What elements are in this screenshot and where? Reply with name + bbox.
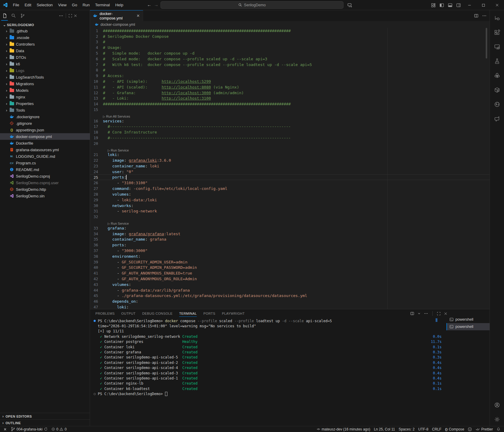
close-sidebar-icon[interactable] <box>74 14 77 18</box>
file-item-grafana-datasources-yml[interactable]: grafana-datasources.yml <box>0 146 90 153</box>
customize-layout-icon[interactable] <box>429 0 437 10</box>
code-line-38[interactable]: 38 environment: <box>90 254 490 259</box>
folder-item-nginx[interactable]: ›nginx <box>0 94 90 100</box>
panel-more-actions-icon[interactable] <box>424 311 428 316</box>
panel-tab-ports[interactable]: PORTS <box>203 309 215 318</box>
activity-explorer-icon[interactable] <box>0 10 9 21</box>
code-line-26[interactable]: 26 - "3100:3100" <box>90 180 490 186</box>
chevron-down-icon[interactable] <box>417 312 421 315</box>
window-minimize-icon[interactable] <box>463 0 476 10</box>
command-center[interactable]: SerilogDemo <box>160 1 344 9</box>
settings-gear-icon[interactable] <box>490 413 504 425</box>
file-item-serilogdemo-csproj[interactable]: SerilogDemo.csproj <box>0 173 90 179</box>
folder-item-logsearchtools[interactable]: ›LogSearchTools <box>0 74 90 80</box>
code-line-6[interactable]: 6# Scaled mode: docker compose --profile… <box>90 56 490 62</box>
folder-item--vscode[interactable]: ›.vscode <box>0 34 90 41</box>
folder-item-migrations[interactable]: ›Migrations <box>0 80 90 87</box>
activity-search-icon[interactable] <box>9 10 18 21</box>
code-line-33[interactable]: 33 grafana: <box>90 225 490 231</box>
code-line-40[interactable]: 40 - GF_SECURITY_ADMIN_PASSWORD=admin <box>90 265 490 270</box>
menu-view[interactable]: View <box>56 0 69 10</box>
activity-source-control-icon[interactable] <box>18 10 27 21</box>
menu-file[interactable]: File <box>10 0 22 10</box>
code-line-14[interactable]: 14######################################… <box>90 101 490 107</box>
breadcrumb[interactable]: docker-compose.yml <box>90 21 490 28</box>
file-item-appsettings-json[interactable]: {}appsettings.json <box>0 127 90 133</box>
code-line-37[interactable]: 37 - "3000:3000" <box>90 248 490 254</box>
file-item-logging-guide-md[interactable]: M↓LOGGING_GUIDE.md <box>0 153 90 160</box>
code-line-11[interactable]: 11# - API (scaled): http://localhost:808… <box>90 84 490 90</box>
folder-item-models[interactable]: ›Models <box>0 87 90 94</box>
menu-run[interactable]: Run <box>80 0 92 10</box>
more-actions-icon[interactable] <box>59 14 63 18</box>
code-line-36[interactable]: 36 ports: <box>90 242 490 248</box>
notifications-status[interactable] <box>495 426 502 432</box>
code-line-10[interactable]: 10# - API (simple): http://localhost:529… <box>90 79 490 84</box>
file-item-docker-compose-yml[interactable]: docker-compose.yml <box>0 133 90 140</box>
code-line-35[interactable]: 35 container_name: grafana <box>90 236 490 242</box>
file-item-serilogdemo-sln[interactable]: SerilogDemo.sln <box>0 193 90 199</box>
section-open-editors[interactable]: ›OPEN EDITORS <box>0 413 90 419</box>
nav-back-icon[interactable]: ← <box>147 2 152 7</box>
editor-scrollbar[interactable] <box>486 28 487 58</box>
menu-selection[interactable]: Selection <box>34 0 55 10</box>
folder-item-logs[interactable]: ›Logs <box>0 67 90 74</box>
code-line-46[interactable]: 46 depends_on: <box>90 298 490 304</box>
remote-explorer-icon[interactable] <box>490 41 504 53</box>
terminal-instance-2[interactable]: powershell <box>446 323 490 330</box>
commit-status[interactable]: mateusz-dev (16 minutes ago) <box>315 426 372 432</box>
code-line-9[interactable]: 9# Access: <box>90 73 490 79</box>
code-line-4[interactable]: 4# Usage: <box>90 45 490 50</box>
toggle-secondary-sidebar-icon[interactable] <box>454 0 463 10</box>
code-line-22[interactable]: 22 image: grafana/loki:3.6.0 <box>90 158 490 163</box>
editor-more-actions-icon[interactable] <box>482 14 487 18</box>
file-item--dockerignore[interactable]: .dockerignore <box>0 113 90 120</box>
menu-go[interactable]: Go <box>69 0 80 10</box>
menu-help[interactable]: Help <box>112 0 126 10</box>
language-mode[interactable]: {}Compose <box>443 426 466 432</box>
folder-item-dtos[interactable]: ›DTOs <box>0 54 90 61</box>
panel-tab-playwright[interactable]: PLAYWRIGHT <box>222 309 245 318</box>
folder-item-properties[interactable]: ›Properties <box>0 100 90 107</box>
panel-close-icon[interactable] <box>444 312 448 316</box>
window-maximize-icon[interactable] <box>476 0 490 10</box>
octoface-status[interactable] <box>466 426 474 432</box>
code-line-17[interactable]: 17 #------------------------------------… <box>90 124 490 130</box>
code-line-5[interactable]: 5# Simple mode: docker compose up -d <box>90 50 490 56</box>
terminal-output[interactable]: PS C:\dev\backend\SerilogDemo> docker co… <box>94 318 442 397</box>
code-line-45[interactable]: 45 - ./grafana-datasources.yml:/etc/graf… <box>90 293 490 298</box>
window-close-icon[interactable] <box>490 0 504 10</box>
code-line-25[interactable]: 25 ports: <box>90 175 490 180</box>
account-icon[interactable] <box>490 399 504 411</box>
code-line-15[interactable]: 15 <box>90 107 490 112</box>
code-line-16[interactable]: 16services: <box>90 118 490 124</box>
file-item-program-cs[interactable]: C#Program.cs <box>0 160 90 166</box>
split-editor-icon[interactable] <box>474 14 478 18</box>
testing-beaker-icon[interactable] <box>490 55 504 67</box>
code-line-39[interactable]: 39 - GF_SECURITY_ADMIN_USER=admin <box>90 259 490 265</box>
toggle-panel-icon[interactable] <box>446 0 454 10</box>
folder-item-data[interactable]: ›Data <box>0 47 90 54</box>
cursor-position[interactable]: Ln 25, Col 11 <box>372 426 397 432</box>
code-line-31[interactable]: 31 - serilog-network <box>90 208 490 214</box>
file-item-serilogdemo-http[interactable]: SerilogDemo.http <box>0 186 90 193</box>
code-line-28[interactable]: 28 volumes: <box>90 191 490 197</box>
section-outline[interactable]: ›OUTLINE <box>0 419 90 426</box>
terminal-instance-1[interactable]: powershell <box>446 316 490 323</box>
remote-window-icon[interactable] <box>347 3 352 8</box>
test-tree-icon[interactable] <box>490 70 504 82</box>
code-line-30[interactable]: 30 networks: <box>90 203 490 208</box>
code-line-18[interactable]: 18 # Core Infrastructure <box>90 129 490 135</box>
folder-item-controllers[interactable]: ›Controllers <box>0 41 90 47</box>
code-line-42[interactable]: 42 - GF_AUTH_ANONYMOUS_ORG_ROLE=Admin <box>90 276 490 282</box>
extensions-icon[interactable] <box>490 26 504 38</box>
code-line-21[interactable]: 21 loki: <box>90 152 490 158</box>
code-line-47[interactable]: 47 loki: <box>90 304 490 309</box>
remote-indicator[interactable] <box>1 426 9 432</box>
code-line-1[interactable]: 1#######################################… <box>90 28 490 34</box>
code-line-8[interactable]: 8# <box>90 68 490 73</box>
terminal-split-icon[interactable] <box>410 311 414 316</box>
folder-item-k6[interactable]: ›k6 <box>0 61 90 67</box>
code-editor[interactable]: 1#######################################… <box>90 28 490 309</box>
file-item-serilogdemo-csproj-user[interactable]: SerilogDemo.csproj.user <box>0 179 90 186</box>
